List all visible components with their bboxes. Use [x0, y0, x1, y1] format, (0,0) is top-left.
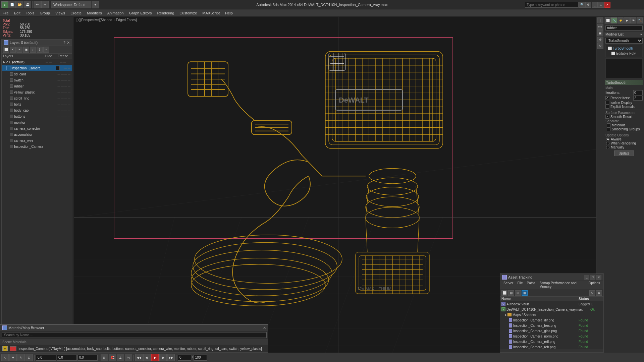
minimize-btn[interactable]: _	[592, 2, 598, 8]
ts-update-button[interactable]: Update	[614, 150, 634, 156]
menu-maxscript[interactable]: MAXScript	[200, 9, 222, 17]
bb-step-back-btn[interactable]: ◀|	[143, 354, 151, 361]
at-row[interactable]: Inspection_Camera_norm.pngFound	[500, 334, 603, 339]
layer-row[interactable]: Inspection_Camera— —— —	[2, 143, 72, 149]
open-btn[interactable]: 📂	[16, 1, 23, 8]
vr-icon-3[interactable]: ▣	[597, 30, 603, 36]
layer-tool-move2[interactable]: ⇕	[37, 47, 43, 53]
layer-row[interactable]: Inspection_Camera — —	[2, 65, 72, 71]
modifier-list-expand[interactable]: ▼	[640, 33, 643, 36]
at-menu-paths[interactable]: Paths	[525, 281, 538, 289]
bb-snap-btn[interactable]: 🧲	[109, 354, 116, 361]
at-close-btn[interactable]: ✕	[596, 275, 601, 280]
modifier-dropdown[interactable]: TurboSmooth Edit Poly Turbosmooth	[605, 38, 643, 44]
bb-move-btn[interactable]: ✥	[9, 354, 17, 361]
at-tb-settings[interactable]: ⚙	[596, 290, 602, 296]
bb-frame-input[interactable]	[178, 355, 191, 361]
layer-tool-add[interactable]: +	[16, 47, 22, 53]
layer-row[interactable]: scroll_ring— —— —	[2, 95, 72, 101]
layer-row[interactable]: sd_card— —— —	[2, 71, 72, 77]
layer-tool-select[interactable]: ▣	[23, 47, 29, 53]
ts-explicit-normals-checkbox[interactable]	[605, 105, 609, 109]
menu-tools[interactable]: Tools	[23, 9, 37, 17]
search-icon[interactable]: 🔍	[579, 2, 585, 8]
layer-row[interactable]: bolts— —— —	[2, 101, 72, 107]
at-row[interactable]: V Autodesk Vault Logged C	[500, 301, 603, 307]
rp-icon-hierarchy[interactable]: ⚡	[618, 17, 624, 23]
layer-tool-new[interactable]: ⬜	[3, 47, 9, 53]
layer-tool-move[interactable]: ↕	[30, 47, 36, 53]
at-tb-btn1[interactable]: ⬜	[501, 290, 507, 296]
bb-grid-btn[interactable]: ⊞	[101, 354, 108, 361]
bb-x-input[interactable]	[36, 355, 56, 361]
rp-icon-create[interactable]: ⬜	[605, 17, 611, 23]
workspace-expand-icon[interactable]: ▼	[92, 1, 99, 8]
layer-close-btn[interactable]: ✕	[67, 41, 70, 45]
ts-materials-checkbox[interactable]	[607, 123, 610, 127]
menu-create[interactable]: Create	[68, 9, 84, 17]
mat-search-input[interactable]	[2, 332, 267, 338]
layer-help-btn[interactable]: ?	[63, 41, 65, 45]
at-row[interactable]: Inspection_Camera_glos.pngFound	[500, 328, 603, 334]
at-row[interactable]: Inspection_Camera_refl.pngFound	[500, 339, 603, 344]
modifier-turbosmooth[interactable]: ⬜ TurboSmooth	[606, 46, 642, 51]
at-tb-btn2[interactable]: ▤	[508, 290, 514, 296]
layer-row[interactable]: switch— —— —	[2, 77, 72, 83]
layer-row[interactable]: accumulator— —— —	[2, 131, 72, 137]
layer-row[interactable]: camera_conector— —— —	[2, 125, 72, 131]
ts-always-radio[interactable]	[606, 138, 609, 141]
bb-select-btn[interactable]: ↖	[1, 354, 9, 361]
menu-rendering[interactable]: Rendering	[155, 9, 177, 17]
menu-group[interactable]: Group	[37, 9, 53, 17]
rp-icon-modify[interactable]: 🔧	[611, 17, 617, 23]
at-menu-options[interactable]: Options	[587, 281, 602, 289]
bb-angle-snap-btn[interactable]: ∠	[117, 354, 124, 361]
ts-manually-radio[interactable]	[606, 146, 609, 149]
menu-graph-editors[interactable]: Graph Editors	[126, 9, 155, 17]
layer-row[interactable]: ▶ ✓ 0 (default) — — — —	[2, 59, 72, 65]
at-minimize-btn[interactable]: _	[584, 275, 589, 280]
layer-row[interactable]: rubber— —— —	[2, 83, 72, 89]
bb-y-input[interactable]	[57, 355, 77, 361]
ts-render-iters-checkbox[interactable]: ✓	[605, 96, 609, 100]
bb-step-forward-btn[interactable]: |▶	[159, 354, 167, 361]
bb-z-input[interactable]	[77, 355, 98, 361]
vr-icon-1[interactable]: |	[597, 17, 603, 23]
workspace-dropdown[interactable]: Workspace: Default	[51, 1, 91, 8]
layer-tool-more[interactable]: ≡	[43, 47, 49, 53]
at-maximize-btn[interactable]: □	[590, 275, 595, 280]
modifier-editable-poly[interactable]: ⬜ Editable Poly	[606, 51, 642, 56]
maximize-btn[interactable]: □	[598, 2, 604, 8]
bb-end-btn[interactable]: ▶▶	[167, 354, 175, 361]
rp-icon-motion[interactable]: ▶	[624, 17, 630, 23]
rp-icon-utilities[interactable]: 🔨	[637, 17, 643, 23]
layer-row[interactable]: yellow_plastic— —— —	[2, 89, 72, 95]
menu-customize[interactable]: Customize	[177, 9, 200, 17]
close-btn[interactable]: ✕	[604, 2, 610, 8]
at-row[interactable]: Inspection_Camera_dif.pngFound	[500, 317, 603, 323]
ts-iterations-input[interactable]	[633, 90, 643, 95]
at-menu-file[interactable]: File	[515, 281, 525, 289]
at-row[interactable]: Inspection_Camera_refr.pngFound	[500, 344, 603, 350]
vr-icon-4[interactable]: ⊕	[597, 37, 603, 43]
bb-rotate-btn[interactable]: ↻	[17, 354, 25, 361]
at-tb-refresh[interactable]: ↻	[589, 290, 595, 296]
rp-icon-display[interactable]: 👁	[630, 17, 636, 23]
menu-edit[interactable]: Edit	[11, 9, 23, 17]
bb-play-btn[interactable]: ◀◀	[135, 354, 143, 361]
menu-file[interactable]: File	[0, 9, 11, 17]
ts-render-iters-input[interactable]	[633, 96, 643, 101]
mat-close-btn[interactable]: ✕	[263, 326, 266, 330]
bb-stop-btn[interactable]: ▶	[151, 354, 159, 361]
undo-btn[interactable]: ↩	[34, 1, 41, 8]
search-options-btn[interactable]: ⚙	[585, 2, 591, 8]
layer-row[interactable]: monitor— —— —	[2, 119, 72, 125]
menu-animation[interactable]: Animation	[105, 9, 126, 17]
layer-tool-delete[interactable]: ✕	[10, 47, 16, 53]
layer-row[interactable]: buttons— —— —	[2, 113, 72, 119]
menu-help[interactable]: Help	[222, 9, 235, 17]
global-search-input[interactable]	[525, 2, 579, 8]
at-row[interactable]: 3 DeWALT_DCT410N_Inspection_Camera_vray.…	[500, 307, 603, 312]
bb-percent-snap-btn[interactable]: %	[125, 354, 132, 361]
at-row[interactable]: ▶ Maps / Shaders	[500, 312, 603, 317]
